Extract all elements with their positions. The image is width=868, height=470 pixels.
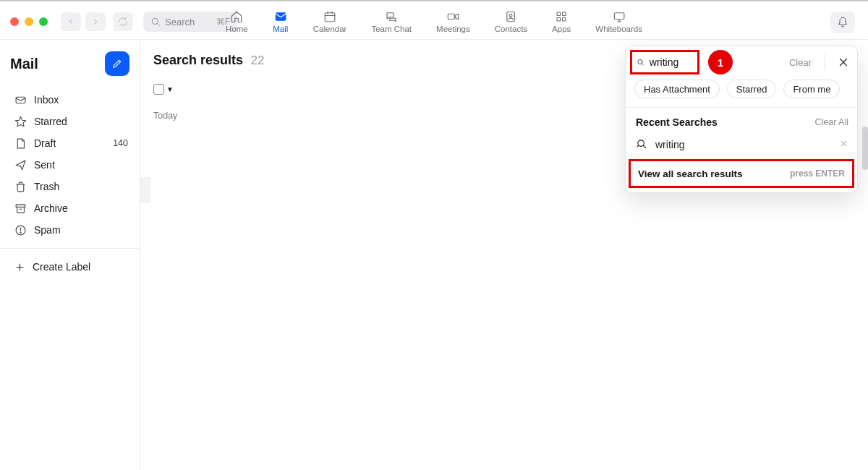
sidebar-item-spam[interactable]: Spam	[10, 219, 132, 241]
search-input[interactable]	[650, 56, 693, 68]
tab-home[interactable]: Home	[226, 10, 248, 33]
window-controls	[10, 17, 48, 26]
filter-chips: Has Attachment Starred From me	[626, 78, 857, 108]
chip-has-attachment[interactable]: Has Attachment	[634, 80, 720, 98]
sidebar-item-archive[interactable]: Archive	[10, 197, 132, 219]
tab-calendar[interactable]: Calendar	[313, 10, 347, 33]
draft-count: 140	[113, 138, 128, 148]
sidebar-item-draft[interactable]: Draft 140	[10, 132, 132, 154]
spam-icon	[14, 224, 27, 236]
recent-item-label: writing	[655, 139, 684, 150]
tab-label: Apps	[552, 25, 571, 33]
whiteboard-icon	[611, 10, 627, 23]
sidebar-item-label: Spam	[34, 224, 61, 236]
bell-icon	[837, 17, 848, 28]
svg-line-1	[158, 24, 160, 26]
apps-icon	[553, 10, 569, 23]
sidebar-item-inbox[interactable]: Inbox	[10, 89, 132, 111]
view-all-results[interactable]: 2 View all search results press ENTER	[629, 159, 854, 188]
tab-apps[interactable]: Apps	[552, 10, 571, 33]
tab-label: Calendar	[313, 25, 347, 33]
tab-label: Team Chat	[371, 25, 412, 33]
view-all-label: View all search results	[638, 168, 743, 179]
svg-rect-18	[16, 97, 25, 103]
sent-icon	[14, 159, 27, 171]
inbox-icon	[14, 94, 27, 106]
chip-starred[interactable]: Starred	[727, 80, 777, 98]
sidebar-item-starred[interactable]: Starred	[10, 111, 132, 132]
tab-team-chat[interactable]: Team Chat	[371, 10, 412, 33]
recent-search-icon	[636, 138, 648, 150]
refresh-button[interactable]	[113, 12, 133, 31]
svg-point-24	[20, 232, 21, 233]
sidebar-item-sent[interactable]: Sent	[10, 154, 132, 176]
svg-marker-8	[456, 14, 459, 20]
search-input-wrap[interactable]	[630, 50, 699, 74]
tab-label: Whiteboards	[595, 25, 642, 33]
svg-rect-14	[563, 18, 566, 22]
scrollbar[interactable]	[862, 127, 868, 170]
tab-whiteboards[interactable]: Whiteboards	[595, 10, 642, 33]
close-panel-button[interactable]	[837, 56, 850, 69]
sidebar-item-label: Draft	[34, 137, 56, 149]
tab-contacts[interactable]: Contacts	[495, 10, 527, 33]
svg-point-0	[152, 18, 158, 24]
clear-search-button[interactable]: Clear	[789, 57, 812, 68]
close-window-button[interactable]	[10, 17, 19, 26]
tab-label: Meetings	[436, 25, 470, 33]
remove-recent-button[interactable]	[839, 139, 848, 150]
create-label-button[interactable]: Create Label	[10, 256, 132, 278]
tab-label: Home	[226, 25, 248, 33]
enter-hint: press ENTER	[790, 168, 845, 179]
trash-icon	[14, 181, 27, 193]
archive-icon	[14, 202, 27, 215]
search-panel: 1 Clear Has Attachment Starred From me R…	[625, 46, 858, 193]
window-toolbar: Search ⌘F Home Mail Calendar Team Chat M…	[0, 4, 868, 39]
svg-rect-20	[16, 204, 25, 207]
svg-point-27	[638, 59, 642, 64]
svg-marker-19	[15, 116, 25, 126]
recent-title: Recent Searches	[636, 116, 718, 128]
sidebar-item-label: Sent	[34, 159, 55, 171]
mail-icon	[273, 10, 289, 23]
chip-from-me[interactable]: From me	[783, 80, 840, 98]
mail-sidebar: Mail Inbox Starred Draft 140 Sent Trash …	[0, 40, 140, 470]
tab-label: Contacts	[495, 25, 527, 33]
notifications-button[interactable]	[830, 12, 855, 33]
home-icon	[229, 10, 244, 23]
nav-forward-button[interactable]	[85, 12, 106, 31]
sidebar-item-label: Archive	[34, 202, 68, 214]
svg-rect-15	[614, 13, 624, 20]
global-search[interactable]: Search ⌘F	[143, 12, 237, 32]
select-all-checkbox[interactable]	[153, 84, 164, 95]
svg-rect-3	[325, 13, 335, 22]
nav-back-button[interactable]	[61, 12, 81, 31]
tab-meetings[interactable]: Meetings	[436, 10, 470, 33]
clear-all-button[interactable]: Clear All	[814, 117, 848, 127]
tab-mail[interactable]: Mail	[273, 10, 289, 33]
sidebar-item-label: Trash	[34, 181, 59, 192]
compose-button[interactable]	[105, 51, 129, 76]
select-dropdown[interactable]: ▼	[166, 85, 174, 93]
calendar-icon	[322, 10, 338, 23]
recent-searches: Recent Searches Clear All writing	[626, 108, 857, 152]
draft-icon	[14, 137, 27, 150]
search-placeholder: Search	[165, 17, 195, 27]
divider	[825, 54, 825, 70]
main-area: Search results 22 ▼ Today 1 Clear Has At…	[140, 40, 868, 470]
search-icon	[637, 57, 644, 67]
svg-rect-11	[557, 12, 561, 16]
star-icon	[14, 116, 27, 128]
video-icon	[445, 10, 461, 23]
svg-rect-13	[557, 18, 561, 22]
result-count: 22	[251, 54, 265, 67]
svg-line-32	[643, 145, 645, 148]
svg-point-10	[510, 14, 513, 17]
maximize-window-button[interactable]	[39, 17, 48, 26]
svg-rect-7	[448, 14, 455, 20]
sidebar-item-trash[interactable]: Trash	[10, 176, 132, 197]
minimize-window-button[interactable]	[25, 17, 33, 26]
tab-label: Mail	[273, 25, 288, 33]
recent-item[interactable]: writing	[636, 138, 848, 150]
annotation-marker-1: 1	[708, 50, 733, 74]
